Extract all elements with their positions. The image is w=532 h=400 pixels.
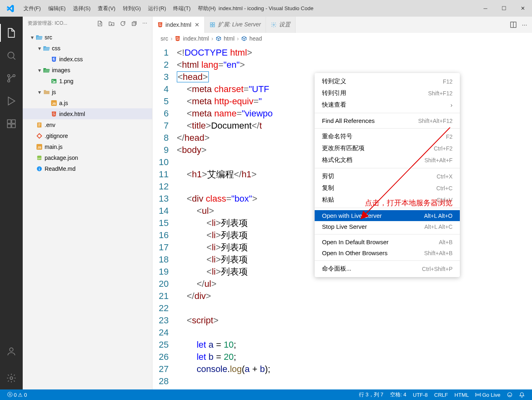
- svg-point-0: [8, 52, 14, 58]
- menu-item[interactable]: 转到(G): [119, 3, 145, 14]
- file-tree: ▾src▾cssindex.css▾images1.png▾jsJSa.jsin…: [23, 30, 152, 174]
- svg-text:i: i: [39, 167, 40, 171]
- split-editor-icon[interactable]: [510, 21, 517, 28]
- new-folder-icon[interactable]: [108, 20, 115, 27]
- menu-item[interactable]: 编辑(E): [45, 3, 69, 14]
- extensions-tab[interactable]: [0, 112, 23, 135]
- tree-node[interactable]: npmpackage.json: [23, 152, 152, 163]
- context-menu-item[interactable]: Stop Live ServerAlt+L Alt+C: [315, 221, 460, 232]
- new-file-icon[interactable]: [97, 20, 103, 27]
- search-tab[interactable]: [0, 44, 23, 67]
- tree-node[interactable]: JSa.js: [23, 97, 152, 108]
- sidebar-header: 资源管理器: ICO... ⋯: [23, 17, 152, 30]
- svg-rect-23: [213, 23, 215, 24]
- close-button[interactable]: ✕: [513, 0, 532, 17]
- context-menu-item[interactable]: 剪切Ctrl+X: [315, 170, 460, 182]
- tree-node[interactable]: JSmain.js: [23, 141, 152, 152]
- settings-icon[interactable]: [0, 367, 23, 389]
- vscode-logo-icon: [5, 3, 15, 13]
- explorer-title: 资源管理器: ICO...: [28, 20, 67, 27]
- status-feedback-icon[interactable]: [504, 391, 516, 398]
- menu-item[interactable]: 查看(V): [94, 3, 119, 14]
- editor-tabs: index.html✕扩展: Live Server设置 ⋯: [152, 17, 532, 33]
- tree-node[interactable]: ▾images: [23, 65, 152, 75]
- maximize-button[interactable]: ☐: [495, 0, 513, 17]
- context-menu-item[interactable]: 格式化文档Shift+Alt+F: [315, 154, 460, 166]
- editor-tab[interactable]: 扩展: Live Server: [205, 17, 266, 33]
- status-eol[interactable]: CRLF: [431, 391, 451, 398]
- svg-point-12: [52, 80, 54, 81]
- status-golive[interactable]: Go Live: [472, 391, 504, 398]
- svg-rect-4: [7, 120, 11, 123]
- svg-point-3: [8, 80, 10, 82]
- tree-node[interactable]: index.html: [23, 108, 152, 119]
- menu-item[interactable]: 文件(F): [20, 3, 45, 14]
- breadcrumb-item[interactable]: head: [249, 35, 262, 42]
- context-menu-item[interactable]: 快速查看›: [315, 99, 460, 111]
- menubar: 文件(F)编辑(E)选择(S)查看(V)转到(G)运行(R)终端(T)帮助(H): [20, 3, 219, 14]
- context-menu-item[interactable]: Find All ReferencesShift+Alt+F12: [315, 115, 460, 126]
- editor-tab[interactable]: index.html✕: [152, 17, 205, 33]
- minimize-button[interactable]: ─: [476, 0, 495, 17]
- context-menu-item[interactable]: 更改所有匹配项Ctrl+F2: [315, 142, 460, 154]
- svg-rect-24: [210, 25, 212, 27]
- window-controls: ─ ☐ ✕: [476, 0, 532, 17]
- menu-item[interactable]: 运行(R): [144, 3, 169, 14]
- breadcrumb-item[interactable]: index.html: [183, 35, 209, 42]
- status-spaces[interactable]: 空格: 4: [387, 391, 410, 398]
- svg-text:npm: npm: [37, 156, 42, 159]
- refresh-icon[interactable]: [120, 20, 126, 27]
- tree-node[interactable]: iReadMe.md: [23, 163, 152, 174]
- tree-node[interactable]: ▾src: [23, 32, 152, 43]
- context-menu-item[interactable]: 转到定义F12: [315, 75, 460, 87]
- svg-rect-7: [12, 124, 15, 128]
- sidebar: 资源管理器: ICO... ⋯ ▾src▾cssindex.css▾images…: [23, 17, 152, 389]
- annotation-text: 点击，打开本地服务器浏览: [365, 198, 453, 208]
- titlebar: 文件(F)编辑(E)选择(S)查看(V)转到(G)运行(R)终端(T)帮助(H)…: [0, 0, 532, 17]
- breadcrumb-item[interactable]: src: [161, 35, 168, 42]
- menu-item[interactable]: 选择(S): [69, 3, 94, 14]
- svg-point-29: [477, 394, 479, 396]
- more-icon[interactable]: ⋯: [142, 20, 147, 27]
- tree-node[interactable]: ▾js: [23, 86, 152, 97]
- statusbar: ⓧ 0 ⚠ 0 行 3，列 7 空格: 4 UTF-8 CRLF HTML Go…: [0, 389, 532, 400]
- menu-item[interactable]: 帮助(H): [194, 3, 219, 14]
- status-position[interactable]: 行 3，列 7: [356, 391, 387, 398]
- context-menu-item[interactable]: 命令面板...Ctrl+Shift+P: [315, 263, 460, 275]
- status-errors[interactable]: ⓧ 0 ⚠ 0: [4, 391, 30, 398]
- svg-point-9: [10, 377, 13, 380]
- more-tabs-icon[interactable]: ⋯: [522, 22, 527, 28]
- tree-node[interactable]: 1.png: [23, 75, 152, 86]
- svg-text:JS: JS: [52, 101, 56, 105]
- tree-node[interactable]: .env: [23, 119, 152, 130]
- context-menu-item[interactable]: 重命名符号F2: [315, 131, 460, 142]
- svg-rect-6: [7, 124, 11, 128]
- svg-rect-25: [213, 25, 215, 27]
- context-menu-item[interactable]: Open In Default BrowserAlt+B: [315, 237, 460, 247]
- collapse-all-icon[interactable]: [131, 20, 137, 27]
- activitybar: [0, 17, 23, 389]
- status-lang[interactable]: HTML: [451, 391, 472, 398]
- breadcrumb-item[interactable]: html: [224, 35, 234, 42]
- svg-rect-22: [210, 23, 212, 24]
- breadcrumb[interactable]: src›index.html›html›head: [152, 33, 532, 44]
- context-menu-item[interactable]: 复制Ctrl+C: [315, 182, 460, 194]
- explorer-tab[interactable]: [0, 22, 23, 44]
- editor-tab[interactable]: 设置: [266, 17, 296, 33]
- scm-tab[interactable]: [0, 67, 23, 90]
- account-icon[interactable]: [0, 340, 23, 363]
- tree-node[interactable]: index.css: [23, 54, 152, 65]
- status-bell-icon[interactable]: [516, 391, 528, 398]
- context-menu-item[interactable]: Open In Other BrowsersShift+Alt+B: [315, 247, 460, 258]
- tree-node[interactable]: ▾css: [23, 43, 152, 54]
- svg-rect-11: [51, 79, 56, 83]
- menu-item[interactable]: 终端(T): [169, 3, 194, 14]
- context-menu-item[interactable]: 转到引用Shift+F12: [315, 87, 460, 99]
- svg-point-1: [8, 75, 10, 77]
- context-menu-item[interactable]: Open with Live ServerAlt+L Alt+O: [315, 210, 460, 221]
- status-encoding[interactable]: UTF-8: [410, 391, 431, 398]
- tree-node[interactable]: .gitignore: [23, 130, 152, 141]
- svg-text:JS: JS: [37, 145, 41, 149]
- svg-point-30: [508, 393, 512, 397]
- debug-tab[interactable]: [0, 90, 23, 112]
